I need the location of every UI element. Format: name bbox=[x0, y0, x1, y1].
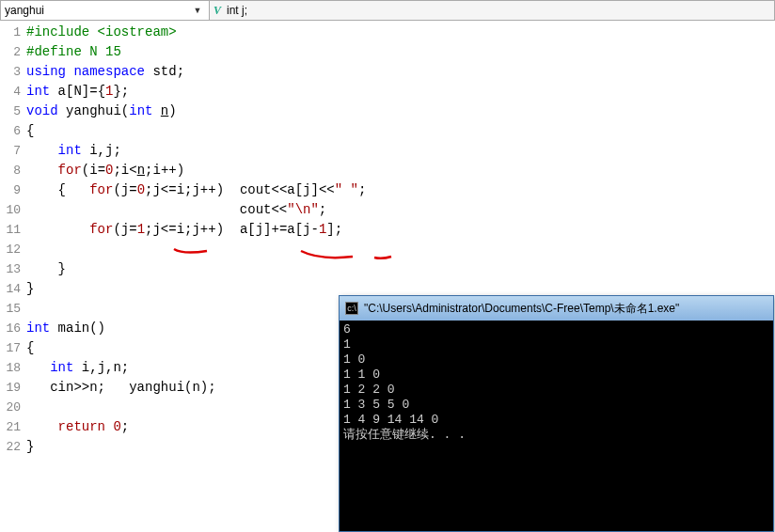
code-content[interactable]: void yanghui(int n) bbox=[26, 102, 775, 121]
code-content[interactable]: for(i=0;i<n;i++) bbox=[26, 161, 775, 180]
code-line[interactable]: 7 int i,j; bbox=[0, 141, 775, 161]
line-number: 11 bbox=[0, 220, 26, 240]
code-content[interactable]: int a[N]={1}; bbox=[26, 82, 775, 102]
console-output: 6 1 1 0 1 1 0 1 2 2 0 1 3 5 5 0 1 4 9 14… bbox=[340, 321, 773, 445]
line-number: 19 bbox=[0, 378, 26, 398]
code-line[interactable]: 9 { for(j=0;j<=i;j++) cout<<a[j]<<" "; bbox=[0, 180, 775, 200]
line-number: 2 bbox=[0, 42, 26, 62]
line-number: 7 bbox=[0, 141, 26, 161]
code-line[interactable]: 12 bbox=[0, 240, 775, 259]
scope-text: yanghui bbox=[5, 4, 44, 17]
scope-dropdown[interactable]: yanghui ▼ bbox=[1, 1, 210, 20]
code-content[interactable]: #define N 15 bbox=[26, 42, 775, 62]
line-number: 17 bbox=[0, 338, 26, 358]
line-number: 21 bbox=[0, 417, 26, 437]
line-number: 13 bbox=[0, 259, 26, 279]
line-number: 16 bbox=[0, 319, 26, 338]
code-line[interactable]: 4int a[N]={1}; bbox=[0, 82, 775, 102]
line-number: 15 bbox=[0, 299, 26, 319]
code-line[interactable]: 3using namespace std; bbox=[0, 62, 775, 82]
code-content[interactable]: { for(j=0;j<=i;j++) cout<<a[j]<<" "; bbox=[26, 180, 775, 200]
code-line[interactable]: 10 cout<<"\n"; bbox=[0, 200, 775, 220]
code-line[interactable]: 2#define N 15 bbox=[0, 42, 775, 62]
line-number: 5 bbox=[0, 102, 26, 121]
code-line[interactable]: 11 for(j=1;j<=i;j++) a[j]+=a[j-1]; bbox=[0, 220, 775, 240]
line-number: 9 bbox=[0, 180, 26, 200]
line-number: 12 bbox=[0, 240, 26, 259]
code-content[interactable]: } bbox=[26, 259, 775, 279]
console-icon: c:\ bbox=[345, 302, 358, 315]
console-titlebar[interactable]: c:\ "C:\Users\Administrator\Documents\C-… bbox=[340, 296, 773, 321]
line-number: 14 bbox=[0, 279, 26, 299]
line-number: 10 bbox=[0, 200, 26, 220]
line-number: 8 bbox=[0, 161, 26, 180]
code-line[interactable]: 5void yanghui(int n) bbox=[0, 102, 775, 121]
line-number: 18 bbox=[0, 358, 26, 378]
code-content[interactable]: { bbox=[26, 121, 775, 141]
variable-icon: V bbox=[214, 4, 221, 18]
line-number: 20 bbox=[0, 398, 26, 417]
line-number: 3 bbox=[0, 62, 26, 82]
console-window: c:\ "C:\Users\Administrator\Documents\C-… bbox=[339, 295, 774, 532]
code-content[interactable]: #include <iostream> bbox=[26, 23, 775, 42]
console-title: "C:\Users\Administrator\Documents\C-Free… bbox=[364, 301, 679, 317]
chevron-down-icon: ▼ bbox=[190, 6, 205, 15]
line-number: 1 bbox=[0, 23, 26, 42]
code-line[interactable]: 6{ bbox=[0, 121, 775, 141]
code-content[interactable]: int i,j; bbox=[26, 141, 775, 161]
line-number: 6 bbox=[0, 121, 26, 141]
code-content[interactable] bbox=[26, 240, 775, 259]
editor-toolbar: yanghui ▼ V int j; bbox=[0, 0, 775, 21]
code-content[interactable]: cout<<"\n"; bbox=[26, 200, 775, 220]
member-dropdown[interactable]: V int j; bbox=[210, 4, 251, 18]
code-line[interactable]: 13 } bbox=[0, 259, 775, 279]
line-number: 4 bbox=[0, 82, 26, 102]
line-number: 22 bbox=[0, 437, 26, 457]
code-line[interactable]: 1#include <iostream> bbox=[0, 23, 775, 42]
code-content[interactable]: for(j=1;j<=i;j++) a[j]+=a[j-1]; bbox=[26, 220, 775, 240]
code-line[interactable]: 8 for(i=0;i<n;i++) bbox=[0, 161, 775, 180]
member-text: int j; bbox=[227, 4, 247, 17]
code-content[interactable]: using namespace std; bbox=[26, 62, 775, 82]
